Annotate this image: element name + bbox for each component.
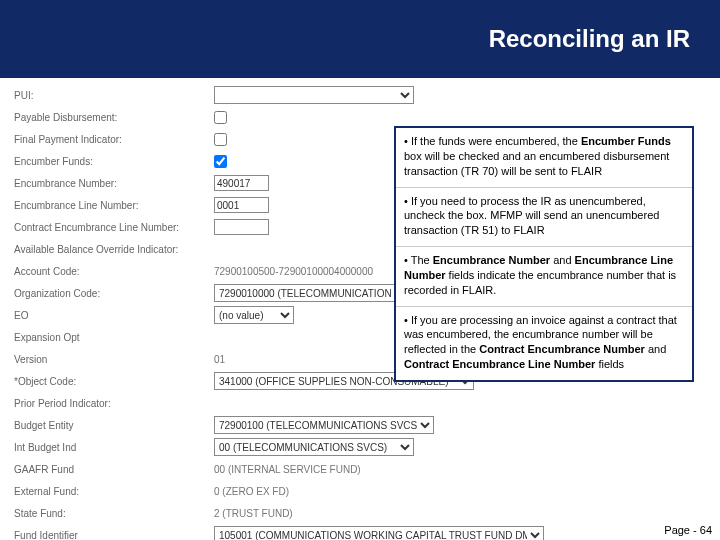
gaafr-fund-value: 00 (INTERNAL SERVICE FUND) — [214, 464, 361, 475]
encumber-funds-checkbox[interactable] — [214, 155, 227, 168]
budget-entity-select[interactable]: 72900100 (TELECOMMUNICATIONS SVCS) — [214, 416, 434, 434]
callout-bullet-2: • If you need to process the IR as unenc… — [396, 188, 692, 248]
final-payment-indicator-checkbox[interactable] — [214, 133, 227, 146]
callout-box: • If the funds were encumbered, the Encu… — [394, 126, 694, 382]
label-int-budget-ind: Int Budget Ind — [14, 442, 214, 453]
label-version: Version — [14, 354, 214, 365]
label-contract-encumbrance-line-number: Contract Encumbrance Line Number: — [14, 222, 214, 233]
label-available-balance-override: Available Balance Override Indicator: — [14, 244, 214, 255]
row-fund-identifier: Fund Identifier 105001 (COMMUNICATIONS W… — [14, 524, 640, 540]
eo-select[interactable]: (no value) — [214, 306, 294, 324]
fund-identifier-select[interactable]: 105001 (COMMUNICATIONS WORKING CAPITAL T… — [214, 526, 544, 540]
row-external-fund: External Fund: 0 (ZERO EX FD) — [14, 480, 640, 502]
version-value: 01 — [214, 354, 225, 365]
label-state-fund: State Fund: — [14, 508, 214, 519]
label-prior-period-indicator: Prior Period Indicator: — [14, 398, 214, 409]
title-bar: Reconciling an IR — [0, 0, 720, 78]
pui-select[interactable] — [214, 86, 414, 104]
payable-disbursement-checkbox[interactable] — [214, 111, 227, 124]
label-external-fund: External Fund: — [14, 486, 214, 497]
row-prior-period-indicator: Prior Period Indicator: — [14, 392, 640, 414]
callout-bullet-3: • The Encumbrance Number and Encumbrance… — [396, 247, 692, 307]
row-gaafr-fund: GAAFR Fund 00 (INTERNAL SERVICE FUND) — [14, 458, 640, 480]
callout-bullet-4: • If you are processing an invoice again… — [396, 307, 692, 380]
label-expansion-opt: Expansion Opt — [14, 332, 214, 343]
label-final-payment-indicator: Final Payment Indicator: — [14, 134, 214, 145]
state-fund-value: 2 (TRUST FUND) — [214, 508, 293, 519]
row-budget-entity: Budget Entity 72900100 (TELECOMMUNICATIO… — [14, 414, 640, 436]
label-account-code: Account Code: — [14, 266, 214, 277]
row-int-budget-ind: Int Budget Ind 00 (TELECOMMUNICATIONS SV… — [14, 436, 640, 458]
label-encumbrance-number: Encumbrance Number: — [14, 178, 214, 189]
label-payable-disbursement: Payable Disbursement: — [14, 112, 214, 123]
page-footer: Page - 64 — [664, 524, 712, 536]
encumbrance-line-number-input[interactable] — [214, 197, 269, 213]
label-object-code: *Object Code: — [14, 376, 214, 387]
label-organization-code: Organization Code: — [14, 288, 214, 299]
label-budget-entity: Budget Entity — [14, 420, 214, 431]
row-pui: PUI: — [14, 84, 640, 106]
label-encumbrance-line-number: Encumbrance Line Number: — [14, 200, 214, 211]
label-gaafr-fund: GAAFR Fund — [14, 464, 214, 475]
account-code-value: 72900100500-72900100004000000 — [214, 266, 373, 277]
row-state-fund: State Fund: 2 (TRUST FUND) — [14, 502, 640, 524]
label-encumber-funds: Encumber Funds: — [14, 156, 214, 167]
contract-encumbrance-line-number-input[interactable] — [214, 219, 269, 235]
page-title: Reconciling an IR — [489, 25, 690, 53]
callout-bullet-1: • If the funds were encumbered, the Encu… — [396, 128, 692, 188]
int-budget-ind-select[interactable]: 00 (TELECOMMUNICATIONS SVCS) — [214, 438, 414, 456]
row-payable-disbursement: Payable Disbursement: — [14, 106, 640, 128]
encumbrance-number-input[interactable] — [214, 175, 269, 191]
external-fund-value: 0 (ZERO EX FD) — [214, 486, 289, 497]
label-pui: PUI: — [14, 90, 214, 101]
label-fund-identifier: Fund Identifier — [14, 530, 214, 541]
label-eo: EO — [14, 310, 214, 321]
